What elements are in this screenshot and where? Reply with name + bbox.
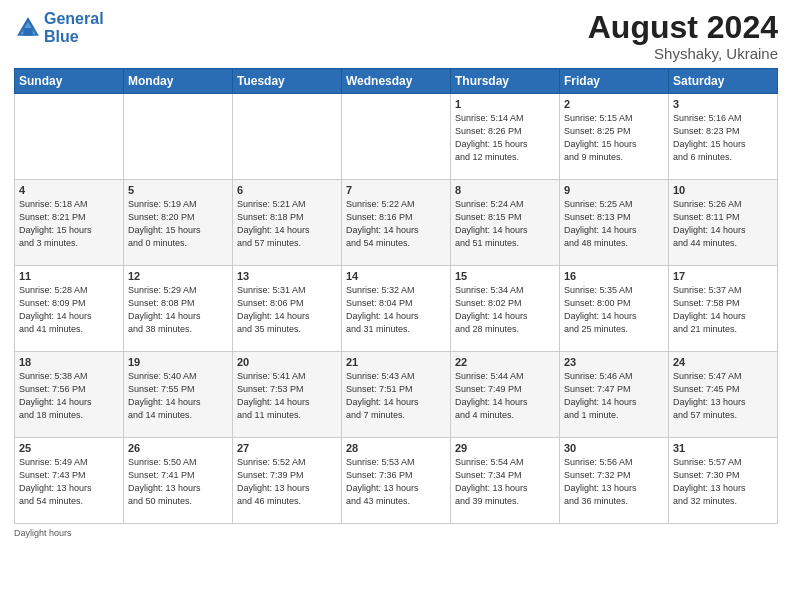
day-info: Sunrise: 5:37 AM Sunset: 7:58 PM Dayligh… [673,284,773,336]
day-number: 19 [128,356,228,368]
day-info: Sunrise: 5:56 AM Sunset: 7:32 PM Dayligh… [564,456,664,508]
calendar-cell: 15Sunrise: 5:34 AM Sunset: 8:02 PM Dayli… [451,266,560,352]
calendar-week-row: 18Sunrise: 5:38 AM Sunset: 7:56 PM Dayli… [15,352,778,438]
day-number: 6 [237,184,337,196]
calendar-cell [233,94,342,180]
day-number: 14 [346,270,446,282]
day-number: 9 [564,184,664,196]
location: Shyshaky, Ukraine [588,45,778,62]
logo-text-line1: General [44,10,104,28]
calendar-week-row: 25Sunrise: 5:49 AM Sunset: 7:43 PM Dayli… [15,438,778,524]
day-number: 10 [673,184,773,196]
calendar-week-row: 1Sunrise: 5:14 AM Sunset: 8:26 PM Daylig… [15,94,778,180]
day-info: Sunrise: 5:31 AM Sunset: 8:06 PM Dayligh… [237,284,337,336]
day-number: 18 [19,356,119,368]
calendar-cell: 29Sunrise: 5:54 AM Sunset: 7:34 PM Dayli… [451,438,560,524]
day-info: Sunrise: 5:40 AM Sunset: 7:55 PM Dayligh… [128,370,228,422]
calendar-cell: 23Sunrise: 5:46 AM Sunset: 7:47 PM Dayli… [560,352,669,438]
day-info: Sunrise: 5:50 AM Sunset: 7:41 PM Dayligh… [128,456,228,508]
calendar-cell: 8Sunrise: 5:24 AM Sunset: 8:15 PM Daylig… [451,180,560,266]
day-number: 20 [237,356,337,368]
calendar-cell: 18Sunrise: 5:38 AM Sunset: 7:56 PM Dayli… [15,352,124,438]
day-info: Sunrise: 5:29 AM Sunset: 8:08 PM Dayligh… [128,284,228,336]
weekday-header: Sunday [15,69,124,94]
day-info: Sunrise: 5:44 AM Sunset: 7:49 PM Dayligh… [455,370,555,422]
day-info: Sunrise: 5:14 AM Sunset: 8:26 PM Dayligh… [455,112,555,164]
weekday-header: Saturday [669,69,778,94]
day-number: 7 [346,184,446,196]
weekday-header: Tuesday [233,69,342,94]
calendar-cell: 12Sunrise: 5:29 AM Sunset: 8:08 PM Dayli… [124,266,233,352]
weekday-header: Thursday [451,69,560,94]
calendar-cell: 3Sunrise: 5:16 AM Sunset: 8:23 PM Daylig… [669,94,778,180]
day-number: 12 [128,270,228,282]
day-info: Sunrise: 5:52 AM Sunset: 7:39 PM Dayligh… [237,456,337,508]
calendar-cell: 20Sunrise: 5:41 AM Sunset: 7:53 PM Dayli… [233,352,342,438]
footer-text: Daylight hours [14,528,72,538]
calendar-header-row: SundayMondayTuesdayWednesdayThursdayFrid… [15,69,778,94]
day-number: 8 [455,184,555,196]
calendar-cell [342,94,451,180]
logo-icon [14,14,42,42]
footer: Daylight hours [14,528,778,538]
calendar-cell: 4Sunrise: 5:18 AM Sunset: 8:21 PM Daylig… [15,180,124,266]
title-block: August 2024 Shyshaky, Ukraine [588,10,778,62]
calendar-cell: 28Sunrise: 5:53 AM Sunset: 7:36 PM Dayli… [342,438,451,524]
calendar-cell: 17Sunrise: 5:37 AM Sunset: 7:58 PM Dayli… [669,266,778,352]
day-info: Sunrise: 5:35 AM Sunset: 8:00 PM Dayligh… [564,284,664,336]
day-info: Sunrise: 5:19 AM Sunset: 8:20 PM Dayligh… [128,198,228,250]
calendar-cell: 14Sunrise: 5:32 AM Sunset: 8:04 PM Dayli… [342,266,451,352]
calendar-cell: 26Sunrise: 5:50 AM Sunset: 7:41 PM Dayli… [124,438,233,524]
calendar-cell: 13Sunrise: 5:31 AM Sunset: 8:06 PM Dayli… [233,266,342,352]
day-info: Sunrise: 5:21 AM Sunset: 8:18 PM Dayligh… [237,198,337,250]
calendar-cell: 11Sunrise: 5:28 AM Sunset: 8:09 PM Dayli… [15,266,124,352]
calendar-cell [124,94,233,180]
day-number: 2 [564,98,664,110]
logo-text-line2: Blue [44,28,104,46]
calendar-week-row: 11Sunrise: 5:28 AM Sunset: 8:09 PM Dayli… [15,266,778,352]
calendar-cell: 7Sunrise: 5:22 AM Sunset: 8:16 PM Daylig… [342,180,451,266]
day-number: 27 [237,442,337,454]
weekday-header: Wednesday [342,69,451,94]
calendar-cell: 5Sunrise: 5:19 AM Sunset: 8:20 PM Daylig… [124,180,233,266]
day-info: Sunrise: 5:28 AM Sunset: 8:09 PM Dayligh… [19,284,119,336]
day-number: 24 [673,356,773,368]
day-number: 1 [455,98,555,110]
day-info: Sunrise: 5:32 AM Sunset: 8:04 PM Dayligh… [346,284,446,336]
logo: General Blue [14,10,104,45]
weekday-header: Friday [560,69,669,94]
day-info: Sunrise: 5:22 AM Sunset: 8:16 PM Dayligh… [346,198,446,250]
day-info: Sunrise: 5:47 AM Sunset: 7:45 PM Dayligh… [673,370,773,422]
calendar-cell: 21Sunrise: 5:43 AM Sunset: 7:51 PM Dayli… [342,352,451,438]
day-info: Sunrise: 5:26 AM Sunset: 8:11 PM Dayligh… [673,198,773,250]
day-number: 15 [455,270,555,282]
day-info: Sunrise: 5:38 AM Sunset: 7:56 PM Dayligh… [19,370,119,422]
day-number: 17 [673,270,773,282]
day-number: 26 [128,442,228,454]
calendar-cell: 16Sunrise: 5:35 AM Sunset: 8:00 PM Dayli… [560,266,669,352]
calendar-cell: 2Sunrise: 5:15 AM Sunset: 8:25 PM Daylig… [560,94,669,180]
day-number: 3 [673,98,773,110]
day-number: 5 [128,184,228,196]
header: General Blue August 2024 Shyshaky, Ukrai… [14,10,778,62]
weekday-header: Monday [124,69,233,94]
day-info: Sunrise: 5:24 AM Sunset: 8:15 PM Dayligh… [455,198,555,250]
day-number: 31 [673,442,773,454]
calendar-table: SundayMondayTuesdayWednesdayThursdayFrid… [14,68,778,524]
day-number: 13 [237,270,337,282]
day-number: 23 [564,356,664,368]
calendar-cell [15,94,124,180]
day-number: 16 [564,270,664,282]
day-info: Sunrise: 5:46 AM Sunset: 7:47 PM Dayligh… [564,370,664,422]
day-info: Sunrise: 5:57 AM Sunset: 7:30 PM Dayligh… [673,456,773,508]
day-number: 4 [19,184,119,196]
svg-rect-2 [23,28,32,36]
calendar-cell: 27Sunrise: 5:52 AM Sunset: 7:39 PM Dayli… [233,438,342,524]
day-info: Sunrise: 5:16 AM Sunset: 8:23 PM Dayligh… [673,112,773,164]
day-number: 11 [19,270,119,282]
day-info: Sunrise: 5:43 AM Sunset: 7:51 PM Dayligh… [346,370,446,422]
calendar-cell: 30Sunrise: 5:56 AM Sunset: 7:32 PM Dayli… [560,438,669,524]
month-year: August 2024 [588,10,778,45]
day-number: 25 [19,442,119,454]
day-number: 29 [455,442,555,454]
